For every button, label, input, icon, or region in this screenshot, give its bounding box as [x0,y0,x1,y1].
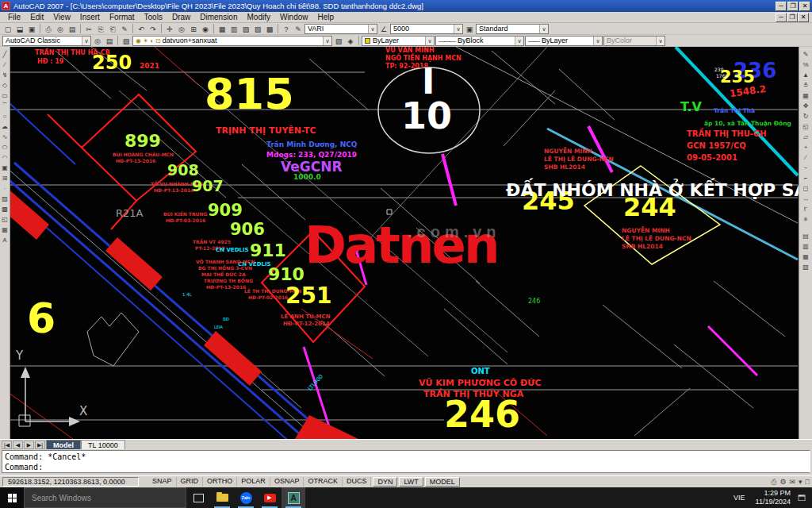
chevron-down-icon[interactable]: ∨ [368,25,377,33]
tab-nav-icon[interactable]: ◀ [13,441,23,449]
chevron-down-icon[interactable]: ∨ [593,37,602,45]
layer-state-icon[interactable]: ☀ [143,37,148,44]
draworder-tool-icon[interactable]: ▦ [802,252,809,262]
mdi-window-button[interactable]: ✕ [798,13,809,22]
draw-tool-icon[interactable]: ∿ [2,132,8,142]
menu-tools[interactable]: Tools [140,13,167,21]
youtube-icon[interactable]: ▶ [258,487,282,508]
toolbar-button-icon[interactable]: ↷ [147,24,159,34]
mdi-window-button[interactable]: ❐ [787,13,798,22]
toolbar-button-icon[interactable]: ⬓ [14,24,25,34]
toggle-osnap[interactable]: OSNAP [270,477,304,487]
toolbar-button-icon[interactable]: ⎙ [43,24,54,34]
file-explorer-icon[interactable] [210,487,234,508]
modify-tool-icon[interactable]: Γ [804,204,807,214]
draw-tool-icon[interactable]: ▦ [2,225,8,235]
modify-tool-icon[interactable]: ✎ [803,49,809,60]
tab-layout-tl10000[interactable]: TL 10000 [81,440,125,449]
table-style-icon[interactable]: ▣ [464,24,475,34]
toolbar-button-icon[interactable]: ⊞ [188,24,199,34]
chevron-down-icon[interactable]: ∨ [82,37,90,45]
modify-tool-icon[interactable]: ↻ [803,111,809,121]
toolbar-button-icon[interactable]: ▢ [2,24,13,34]
draw-tool-icon[interactable]: ☁ [2,121,8,132]
workspace-tool-icon[interactable]: ◎ [92,36,103,46]
language-indicator[interactable]: VIE [729,487,750,508]
mdi-window-button[interactable]: ─ [776,13,787,22]
toolbar-button-icon[interactable]: ◎ [176,24,187,34]
statusbar-tray-icon[interactable]: ✉ [789,478,795,486]
menu-help[interactable]: Help [313,13,339,21]
modify-tool-icon[interactable]: ≙ [803,80,809,90]
start-button[interactable] [0,487,24,508]
chevron-down-icon[interactable]: ∨ [454,25,462,33]
draw-tool-icon[interactable]: ↯ [2,70,8,80]
layer-state-icon[interactable]: ⊡ [155,37,161,44]
toolbar-button-icon[interactable]: ◉ [200,24,211,34]
layer-tool-icon[interactable]: ▧ [333,36,344,46]
toggle-lwt[interactable]: LWT [399,477,423,487]
toolbar-button-icon[interactable]: ✎ [119,24,130,34]
toggle-model[interactable]: MODEL [425,477,460,487]
layer-state-icon[interactable]: ◉ [136,37,141,44]
title-window-button[interactable]: ❐ [787,2,799,11]
draw-tool-icon[interactable]: ○ [3,111,7,121]
modify-tool-icon[interactable]: − [804,163,808,173]
modify-tool-icon[interactable]: ↔ [802,194,809,204]
modify-tool-icon[interactable]: ⌐ [804,173,808,183]
layer-manager-icon[interactable]: ▧ [121,36,132,46]
draw-tool-icon[interactable]: ◠ [2,152,8,163]
text-style-icon[interactable]: ✎ [293,24,304,34]
modify-tool-icon[interactable]: + [804,142,808,152]
tab-nav-icon[interactable]: ▶| [35,441,45,449]
draworder-tool-icon[interactable]: ▧ [802,262,809,272]
linetype-combo[interactable]: ———ByBlock∨ [435,36,524,46]
draworder-tool-icon[interactable]: ▥ [802,241,809,252]
style-combo[interactable]: VARI∨ [304,24,377,34]
modify-tool-icon[interactable]: % [802,60,808,70]
toolbar-button-icon[interactable]: ✛ [164,24,175,34]
layer-tool-icon[interactable]: ◈ [345,36,356,46]
draw-tool-icon[interactable]: ⌒ [2,101,8,111]
toolbar-button-icon[interactable]: ▩ [264,24,275,34]
menu-window[interactable]: Window [275,13,313,21]
chevron-down-icon[interactable]: ∨ [539,25,548,33]
toggle-snap[interactable]: SNAP [148,477,177,487]
modify-tool-icon[interactable]: ✳ [803,214,809,225]
menu-view[interactable]: View [48,13,75,21]
toolbar-button-icon[interactable]: ↶ [136,24,147,34]
statusbar-tray-icon[interactable]: ▾ [799,478,802,486]
lineweight-combo[interactable]: ——ByLayer∨ [525,36,603,46]
modify-tool-icon[interactable]: ▱ [803,132,808,142]
draw-tool-icon[interactable]: ◱ [2,214,8,225]
draw-tool-icon[interactable]: ▩ [2,204,8,214]
dim-angle-icon[interactable]: ∠ [378,24,389,34]
toolbar-button-icon[interactable]: ▥ [228,24,239,34]
chevron-down-icon[interactable]: ∨ [515,37,523,45]
modify-tool-icon[interactable]: ∕ [805,152,806,163]
height-combo[interactable]: 5000∨ [390,24,463,34]
statusbar-tray-icon[interactable]: ⎙ [771,478,776,487]
taskbar-clock[interactable]: 1:29 PM 11/19/2024 [750,487,796,508]
draw-tool-icon[interactable]: ▣ [2,163,8,173]
title-bar[interactable]: A AutoCAD 2007 - [C:\Users\computer\Desk… [0,0,812,12]
statusbar-tray-icon[interactable]: ⚙ [779,478,786,486]
draw-tool-icon[interactable]: ∕ [4,60,5,70]
zalo-icon[interactable]: Zalo [234,487,258,508]
toggle-dyn[interactable]: DYN [373,477,397,487]
draw-tool-icon[interactable]: ⊞ [2,173,8,183]
toggle-ducs[interactable]: DUCS [343,477,372,487]
toolbar-button-icon[interactable]: ▣ [26,24,37,34]
toolbar-button-icon[interactable]: ⎘ [95,24,106,34]
layer-combo[interactable]: ◉☀◐⊡datvuon+sanxuat∨ [132,36,332,46]
draw-tool-icon[interactable]: ▭ [2,90,8,101]
draw-tool-icon[interactable]: ◇ [2,80,7,90]
workspace-combo[interactable]: AutoCAD Classic∨ [2,36,91,46]
draworder-tool-icon[interactable]: ▤ [802,231,809,241]
title-window-button[interactable]: ✕ [799,2,810,11]
drawing-area[interactable]: TRẦN THỊ THU HÀ-CBHĐ : 192502021815TRỊNH… [0,47,812,439]
toggle-otrack[interactable]: OTRACK [304,477,343,487]
toggle-polar[interactable]: POLAR [237,477,270,487]
color-combo[interactable]: ByLayer∨ [362,36,435,46]
toolbar-button-icon[interactable]: ⎗ [107,24,118,34]
